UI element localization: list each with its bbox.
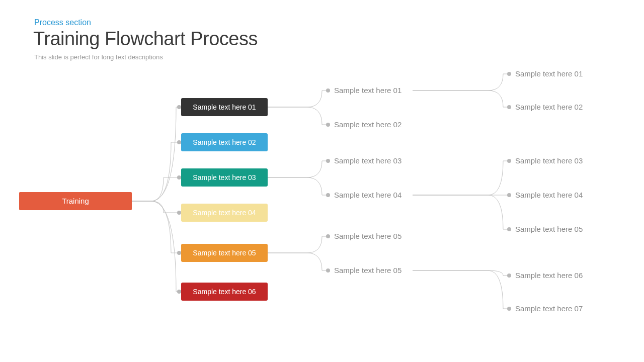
level2-text: Sample text here 04 [334,191,401,199]
level3-text: Sample text here 04 [515,191,583,199]
slide-canvas: Process section Training Flowchart Proce… [0,0,644,362]
level2-text: Sample text here 05 [334,266,401,275]
connector-dot [507,105,511,109]
connector-dot [507,193,511,197]
connector-dot [177,251,181,255]
level1-node-6: Sample text here 06 [181,283,268,301]
connector-dot [326,88,330,93]
connector-dot [326,123,330,127]
level1-node-2: Sample text here 02 [181,133,268,151]
level3-text: Sample text here 06 [515,271,583,280]
connector-dot [326,234,330,238]
connector-dot [177,175,181,179]
root-node: Training [19,192,132,210]
level3-text: Sample text here 02 [515,103,583,111]
level3-text: Sample text here 07 [515,304,583,313]
level2-text: Sample text here 05 [334,232,401,240]
level3-text: Sample text here 01 [515,69,583,78]
connector-dot [507,227,511,231]
connector-dot [507,72,511,76]
connector-dot [177,290,181,294]
connector-dot [507,159,511,163]
level3-text: Sample text here 03 [515,156,583,165]
level2-text: Sample text here 02 [334,120,401,129]
level2-text: Sample text here 03 [334,156,401,165]
level1-node-5: Sample text here 05 [181,244,268,262]
connector-dot [326,268,330,273]
level1-node-3: Sample text here 03 [181,168,268,187]
slide-subtitle: This slide is perfect for long text desc… [34,53,163,61]
connector-dot [507,274,511,278]
connector-dot [177,140,181,144]
section-eyebrow: Process section [34,18,91,27]
connector-dot [177,105,181,109]
level2-text: Sample text here 01 [334,86,401,95]
slide-title: Training Flowchart Process [33,28,258,50]
connector-dot [507,307,511,311]
connector-dot [177,211,181,215]
level1-node-4: Sample text here 04 [181,204,268,222]
level3-text: Sample text here 05 [515,225,583,233]
connector-dot [326,193,330,197]
level1-node-1: Sample text here 01 [181,98,268,116]
connector-dot [326,159,330,163]
